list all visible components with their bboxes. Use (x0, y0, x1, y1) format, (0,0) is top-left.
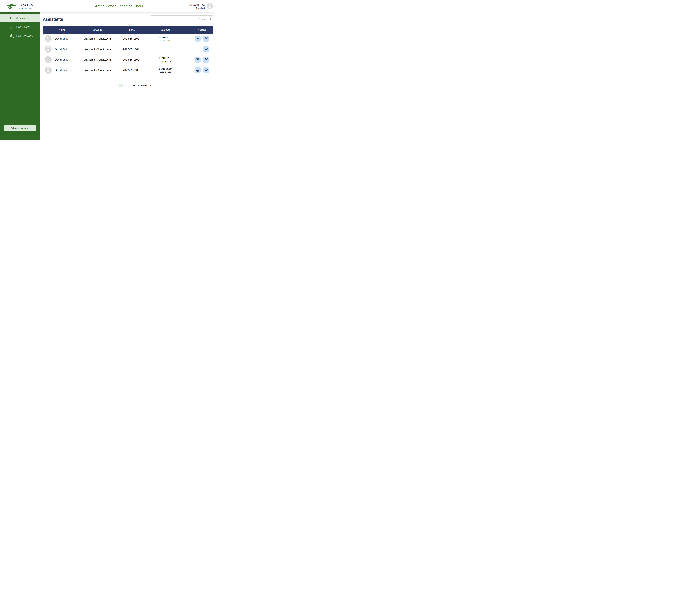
last-call-cell: 01/19/2024 11:25 (9m 56s) (149, 67, 182, 73)
sidebar-item-label: Assistants (16, 17, 28, 20)
column-header-last-call: Last Call (149, 28, 182, 31)
last-call-date: 01/19/2024 (159, 67, 172, 70)
organization-title: Aetna Better Health of Illinois (95, 4, 143, 8)
assistant-name: David Smith (55, 48, 69, 51)
user-info: Dr. John Doe Consultant (189, 0, 213, 13)
current-page-indicator[interactable]: 1 (119, 84, 123, 87)
chevron-right-icon (124, 84, 127, 86)
assistant-name: David Smith (55, 69, 69, 72)
transcript-lines-icon (196, 58, 199, 61)
search-box (150, 16, 213, 23)
table-row: David Smith davidsmith@cadis.com 202-555… (43, 44, 213, 54)
view-transcript-button[interactable] (195, 57, 201, 63)
cadis-logo-mark-icon (5, 3, 18, 9)
assistant-avatar (45, 67, 51, 74)
assistant-phone: 202-555-1603 (113, 69, 149, 72)
user-name: Dr. John Doe (189, 3, 205, 7)
assistant-avatar (45, 56, 51, 63)
assistant-badge-icon (10, 16, 15, 20)
records-per-page-label: Records per page: (133, 84, 148, 86)
outgoing-call-icon (205, 37, 208, 40)
table-row: David Smith davidsmith@cadis.com 202-555… (43, 65, 213, 75)
previous-page-button[interactable] (115, 84, 118, 87)
sidebar-item-label: Consultants (16, 25, 30, 29)
main-content: Assistants Name Email ID Phone Last Call… (40, 13, 215, 140)
view-as-admin-button[interactable]: View as Admin (4, 125, 36, 131)
assistants-table: Name Email ID Phone Last Call Actions Da… (43, 26, 213, 75)
pagination-bar: 1 Records per page: 10 (43, 83, 213, 88)
phone-circle-icon (10, 34, 15, 38)
sidebar-item-assistants[interactable]: Assistants (0, 14, 40, 22)
user-avatar[interactable] (207, 3, 213, 9)
last-call-time: 11:25 (9m 56s) (160, 40, 171, 42)
user-role: Consultant (196, 7, 205, 9)
assistant-email: davidsmith@cadis.com (81, 58, 113, 61)
assistant-email: davidsmith@cadis.com (81, 69, 113, 72)
outgoing-call-button[interactable] (203, 46, 209, 52)
last-call-time: 11:25 (9m 56s) (160, 61, 171, 63)
search-input[interactable] (150, 16, 213, 23)
sidebar-item-label: Call Sessions (16, 35, 33, 38)
table-body: David Smith davidsmith@cadis.com 202-555… (43, 34, 213, 75)
last-call-cell: 01/19/2024 11:25 (9m 56s) (149, 57, 182, 63)
brand-tagline: HEALTHTECH (19, 7, 34, 9)
assistant-phone: 202-555-1603 (113, 58, 149, 61)
sidebar-nav: Assistants Consultants (0, 14, 40, 40)
top-header: CADIS HEALTHTECH Aetna Better Health of … (0, 0, 215, 13)
column-header-email: Email ID (81, 28, 113, 31)
brand-logo: CADIS HEALTHTECH (0, 3, 34, 9)
outgoing-call-icon (205, 48, 208, 51)
transcript-lines-icon (196, 68, 199, 72)
view-transcript-button[interactable] (195, 36, 201, 42)
view-transcript-button[interactable] (195, 67, 201, 73)
stethoscope-icon (10, 25, 15, 29)
outgoing-call-button[interactable] (203, 36, 209, 42)
last-call-cell: 01/19/2024 11:25 (9m 56s) (149, 36, 182, 42)
transcript-lines-icon (196, 37, 199, 40)
column-header-name: Name (43, 28, 81, 31)
assistant-email: davidsmith@cadis.com (81, 48, 113, 51)
column-header-actions: Actions (182, 28, 213, 31)
page-title: Assistants (43, 17, 63, 22)
assistant-name: David Smith (55, 58, 69, 61)
last-call-date: 01/19/2024 (159, 57, 172, 60)
app-root: CADIS HEALTHTECH Aetna Better Health of … (0, 0, 215, 140)
assistant-email: davidsmith@cadis.com (81, 37, 113, 40)
brand-name: CADIS (21, 3, 34, 7)
next-page-button[interactable] (124, 84, 127, 87)
assistant-phone: 202-555-1603 (113, 37, 149, 40)
sidebar-item-call-sessions[interactable]: Call Sessions (0, 32, 40, 40)
assistant-phone: 202-555-1603 (113, 48, 149, 51)
last-call-date: 01/19/2024 (159, 36, 172, 39)
records-per-page-value: 10 (149, 84, 151, 86)
table-row: David Smith davidsmith@cadis.com 202-555… (43, 34, 213, 44)
chevron-left-icon (116, 84, 118, 86)
chevron-down-icon (152, 85, 154, 86)
outgoing-call-icon (205, 58, 208, 61)
sidebar-item-consultants[interactable]: Consultants (0, 23, 40, 31)
outgoing-call-button[interactable] (203, 57, 209, 63)
assistant-name: David Smith (55, 37, 69, 40)
table-row: David Smith davidsmith@cadis.com 202-555… (43, 54, 213, 65)
outgoing-call-icon (205, 68, 208, 72)
outgoing-call-button[interactable] (203, 67, 209, 73)
assistant-avatar (45, 35, 51, 42)
column-header-phone: Phone (113, 28, 149, 31)
table-header-row: Name Email ID Phone Last Call Actions (43, 26, 213, 34)
last-call-time: 11:25 (9m 56s) (160, 71, 171, 73)
sidebar: Assistants Consultants (0, 13, 40, 140)
records-per-page-select[interactable]: 10 (149, 84, 154, 86)
assistant-avatar (45, 46, 51, 53)
